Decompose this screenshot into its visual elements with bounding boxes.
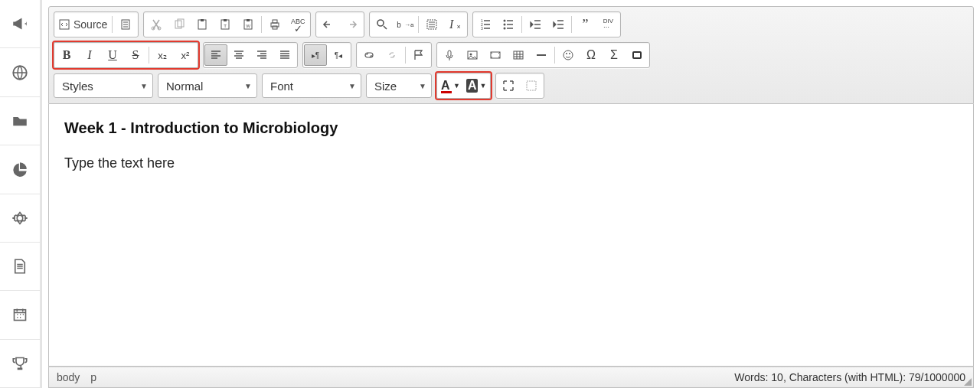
chevron-down-icon: ▼ (419, 82, 426, 90)
svg-rect-14 (247, 19, 250, 21)
svg-point-24 (504, 20, 506, 22)
video-button[interactable] (484, 44, 507, 67)
selectall-icon (426, 18, 438, 31)
gear-icon (12, 210, 28, 226)
spellcheck-button[interactable]: ABC✓ (286, 13, 309, 36)
chevron-down-icon: ▼ (479, 82, 486, 90)
sidebar-item-calendar[interactable] (0, 291, 40, 339)
path-body[interactable]: body (57, 371, 80, 383)
paste-word-button[interactable]: W (237, 13, 260, 36)
unlink-icon (386, 49, 398, 61)
format-combo[interactable]: Normal ▼ (158, 73, 257, 98)
youtube-button[interactable] (438, 44, 461, 67)
redo-button[interactable] (340, 13, 363, 36)
strike-button[interactable]: S (124, 44, 147, 67)
paste-text-button[interactable]: T (214, 13, 237, 36)
element-path[interactable]: body p (57, 371, 104, 383)
editor-content[interactable]: Week 1 - Introduction to Microbiology Ty… (48, 104, 974, 367)
sidebar-item-globe[interactable] (0, 48, 40, 96)
table-button[interactable] (507, 44, 530, 67)
specialchar-button[interactable]: Ω (580, 44, 603, 67)
bulletlist-button[interactable] (497, 13, 520, 36)
align-right-button[interactable] (250, 44, 273, 67)
sidebar-item-trophy[interactable] (0, 340, 40, 388)
replace-button[interactable]: b→a (394, 13, 416, 36)
font-combo[interactable]: Font ▼ (262, 73, 361, 98)
copy-button[interactable] (168, 13, 191, 36)
bg-color-button[interactable]: A ▼ (463, 74, 489, 97)
align-justify-button[interactable] (273, 44, 296, 67)
superscript-button[interactable]: x² (174, 44, 197, 67)
chart-pie-icon (12, 161, 28, 177)
find-button[interactable] (371, 13, 394, 36)
align-center-button[interactable] (227, 44, 250, 67)
sidebar-item-document[interactable] (0, 243, 40, 291)
paste-button[interactable] (191, 13, 214, 36)
resize-handle[interactable] (964, 378, 972, 386)
svg-text:T: T (224, 24, 227, 28)
print-button[interactable] (263, 13, 286, 36)
sum-button[interactable]: Σ (603, 44, 626, 67)
subscript-button[interactable]: x₂ (151, 44, 174, 67)
sidebar-item-folder[interactable] (0, 97, 40, 145)
bold-button[interactable]: B (55, 44, 78, 67)
smiley-button[interactable] (557, 44, 580, 67)
link-button[interactable] (358, 44, 381, 67)
removeformat-button[interactable]: I× (443, 13, 466, 36)
newpage-button[interactable] (114, 13, 137, 36)
paste-word-icon: W (242, 18, 254, 31)
source-icon (58, 18, 70, 31)
sidebar (0, 0, 40, 388)
svg-text:W: W (247, 24, 251, 28)
trophy-icon (12, 356, 28, 371)
text-color-button[interactable]: A ▼ (438, 74, 463, 97)
globe-icon (12, 65, 28, 80)
italic-button[interactable]: I (78, 44, 101, 67)
sidebar-item-settings[interactable] (0, 194, 40, 243)
paste-text-icon: T (219, 18, 231, 31)
size-label: Size (374, 80, 397, 93)
size-combo[interactable]: Size ▼ (366, 73, 432, 98)
chevron-down-icon: ▼ (140, 82, 148, 90)
svg-rect-37 (527, 81, 536, 90)
svg-rect-11 (224, 19, 227, 21)
selectall-button[interactable] (420, 13, 443, 36)
sidebar-item-announcements[interactable] (0, 0, 40, 48)
svg-point-29 (470, 54, 472, 56)
sidebar-item-chart[interactable] (0, 145, 40, 194)
iframe-icon (631, 49, 643, 61)
outdent-button[interactable] (524, 13, 547, 36)
iframe-button[interactable] (626, 44, 648, 67)
cut-button[interactable] (145, 13, 168, 36)
smiley-icon (562, 49, 574, 61)
maximize-icon (502, 80, 514, 92)
bullhorn-icon (12, 16, 28, 31)
numberlist-button[interactable]: 123 (474, 13, 497, 36)
undo-button[interactable] (317, 13, 340, 36)
anchor-button[interactable] (407, 44, 430, 67)
page-icon (119, 18, 132, 31)
hr-button[interactable] (530, 44, 553, 67)
align-left-button[interactable] (204, 44, 227, 66)
image-button[interactable] (461, 44, 484, 67)
styles-combo[interactable]: Styles ▼ (54, 73, 153, 98)
ltr-button[interactable]: ▸¶ (304, 44, 327, 66)
source-button[interactable]: Source (55, 13, 110, 36)
folder-icon (12, 113, 28, 129)
showblocks-button[interactable] (520, 74, 543, 97)
rtl-button[interactable]: ¶◂ (327, 44, 350, 67)
svg-point-34 (569, 53, 570, 54)
unlink-button[interactable] (381, 44, 403, 67)
file-icon (12, 259, 28, 274)
align-right-icon (256, 49, 268, 61)
maximize-button[interactable] (497, 74, 520, 97)
indent-button[interactable] (547, 13, 570, 36)
div-button[interactable]: DIV⋯ (596, 13, 619, 36)
blockquote-button[interactable]: ” (573, 13, 596, 36)
outdent-icon (529, 18, 541, 31)
status-bar: body p Words: 10, Characters (with HTML)… (48, 367, 974, 388)
svg-point-26 (504, 28, 506, 30)
table-icon (512, 49, 524, 61)
underline-button[interactable]: U (101, 44, 124, 67)
path-p[interactable]: p (90, 371, 96, 383)
